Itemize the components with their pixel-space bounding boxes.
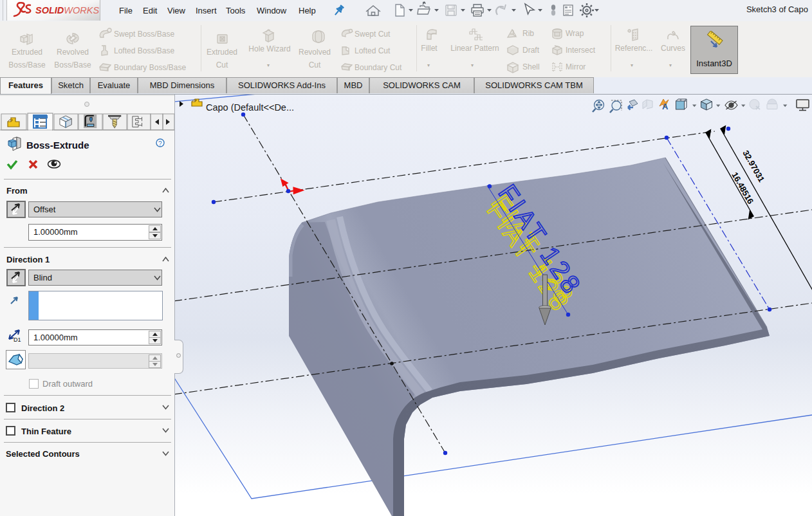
svg-text:32.97031: 32.97031	[741, 149, 766, 184]
svg-text:16.48516: 16.48516	[730, 170, 755, 206]
svg-text:D1: D1	[14, 336, 21, 343]
svg-text:Boss-Extrude: Boss-Extrude	[26, 140, 89, 151]
svg-text:Capo (Default<<De...: Capo (Default<<De...	[206, 102, 294, 113]
svg-text:?: ?	[158, 140, 162, 147]
svg-text:A: A	[662, 102, 669, 111]
svg-text:SOLIDWORKS: SOLIDWORKS	[35, 5, 99, 15]
